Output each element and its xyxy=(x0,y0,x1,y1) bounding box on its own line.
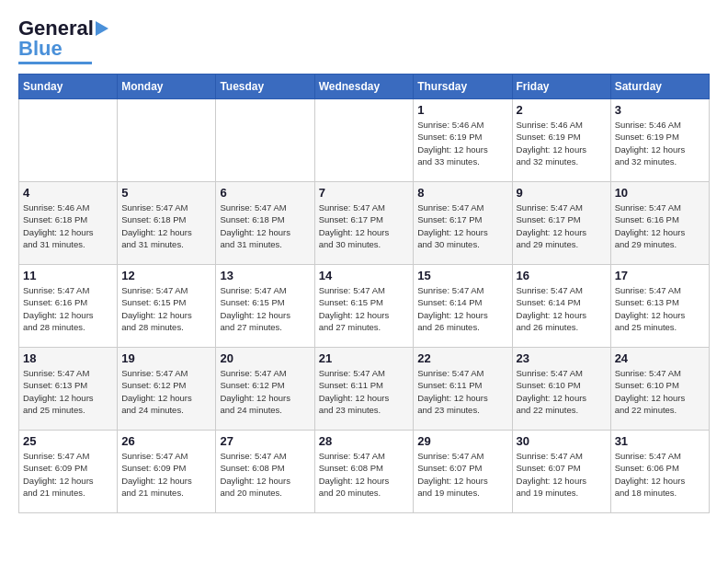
header-sunday: Sunday xyxy=(19,75,118,99)
day-number: 22 xyxy=(417,351,507,365)
calendar-header-row: SundayMondayTuesdayWednesdayThursdayFrid… xyxy=(19,75,710,99)
logo-line xyxy=(18,62,92,64)
day-number: 5 xyxy=(121,186,211,200)
day-number: 4 xyxy=(23,186,113,200)
day-info: Sunrise: 5:47 AM Sunset: 6:14 PM Dayligh… xyxy=(517,284,607,333)
calendar-cell: 18Sunrise: 5:47 AM Sunset: 6:13 PM Dayli… xyxy=(19,348,118,431)
day-number: 20 xyxy=(220,351,310,365)
day-number: 2 xyxy=(517,103,607,117)
day-info: Sunrise: 5:47 AM Sunset: 6:13 PM Dayligh… xyxy=(23,367,113,416)
calendar-cell: 1Sunrise: 5:46 AM Sunset: 6:19 PM Daylig… xyxy=(414,99,512,182)
header-monday: Monday xyxy=(118,75,216,99)
day-number: 29 xyxy=(417,434,507,448)
day-info: Sunrise: 5:47 AM Sunset: 6:10 PM Dayligh… xyxy=(517,367,607,416)
day-info: Sunrise: 5:47 AM Sunset: 6:15 PM Dayligh… xyxy=(121,284,211,333)
day-info: Sunrise: 5:47 AM Sunset: 6:07 PM Dayligh… xyxy=(417,450,507,499)
day-info: Sunrise: 5:47 AM Sunset: 6:18 PM Dayligh… xyxy=(220,201,310,250)
day-number: 13 xyxy=(220,269,310,282)
day-number: 9 xyxy=(517,186,607,200)
calendar-cell: 21Sunrise: 5:47 AM Sunset: 6:11 PM Dayli… xyxy=(314,348,414,431)
day-info: Sunrise: 5:47 AM Sunset: 6:09 PM Dayligh… xyxy=(23,450,113,499)
calendar-week-row: 11Sunrise: 5:47 AM Sunset: 6:16 PM Dayli… xyxy=(19,265,710,348)
calendar-cell: 3Sunrise: 5:46 AM Sunset: 6:19 PM Daylig… xyxy=(610,99,709,182)
day-number: 17 xyxy=(615,269,705,282)
calendar-cell: 5Sunrise: 5:47 AM Sunset: 6:18 PM Daylig… xyxy=(118,182,216,265)
calendar-cell: 27Sunrise: 5:47 AM Sunset: 6:08 PM Dayli… xyxy=(216,431,314,513)
day-number: 30 xyxy=(517,434,607,448)
header-tuesday: Tuesday xyxy=(216,75,314,99)
day-number: 16 xyxy=(517,269,607,282)
day-number: 25 xyxy=(23,434,113,448)
day-info: Sunrise: 5:47 AM Sunset: 6:17 PM Dayligh… xyxy=(517,201,607,250)
logo-text-blue: Blue xyxy=(18,39,63,59)
header-thursday: Thursday xyxy=(414,75,512,99)
calendar-cell: 11Sunrise: 5:47 AM Sunset: 6:16 PM Dayli… xyxy=(19,265,118,348)
calendar-cell: 10Sunrise: 5:47 AM Sunset: 6:16 PM Dayli… xyxy=(610,182,709,265)
day-info: Sunrise: 5:47 AM Sunset: 6:11 PM Dayligh… xyxy=(319,367,410,416)
day-number: 6 xyxy=(220,186,310,200)
day-number: 19 xyxy=(121,351,211,365)
day-info: Sunrise: 5:47 AM Sunset: 6:15 PM Dayligh… xyxy=(220,284,310,333)
header-friday: Friday xyxy=(512,75,610,99)
day-info: Sunrise: 5:47 AM Sunset: 6:12 PM Dayligh… xyxy=(121,367,211,416)
day-number: 24 xyxy=(615,351,705,365)
calendar-cell xyxy=(118,99,216,182)
calendar-cell: 2Sunrise: 5:46 AM Sunset: 6:19 PM Daylig… xyxy=(512,99,610,182)
day-info: Sunrise: 5:47 AM Sunset: 6:16 PM Dayligh… xyxy=(23,284,113,333)
day-number: 18 xyxy=(23,351,113,365)
day-number: 10 xyxy=(615,186,705,200)
calendar-cell: 30Sunrise: 5:47 AM Sunset: 6:07 PM Dayli… xyxy=(512,431,610,513)
calendar-cell: 23Sunrise: 5:47 AM Sunset: 6:10 PM Dayli… xyxy=(512,348,610,431)
logo: General Blue xyxy=(18,18,108,64)
day-number: 3 xyxy=(615,103,705,117)
day-info: Sunrise: 5:47 AM Sunset: 6:08 PM Dayligh… xyxy=(220,450,310,499)
calendar-week-row: 1Sunrise: 5:46 AM Sunset: 6:19 PM Daylig… xyxy=(19,99,710,182)
day-number: 7 xyxy=(319,186,410,200)
logo-text: General xyxy=(18,18,94,39)
calendar-cell: 14Sunrise: 5:47 AM Sunset: 6:15 PM Dayli… xyxy=(314,265,414,348)
day-number: 14 xyxy=(319,269,410,282)
day-info: Sunrise: 5:47 AM Sunset: 6:10 PM Dayligh… xyxy=(615,367,705,416)
calendar-cell: 31Sunrise: 5:47 AM Sunset: 6:06 PM Dayli… xyxy=(610,431,709,513)
calendar-cell: 19Sunrise: 5:47 AM Sunset: 6:12 PM Dayli… xyxy=(118,348,216,431)
calendar-cell: 25Sunrise: 5:47 AM Sunset: 6:09 PM Dayli… xyxy=(19,431,118,513)
day-number: 1 xyxy=(417,103,507,117)
day-info: Sunrise: 5:47 AM Sunset: 6:16 PM Dayligh… xyxy=(615,201,705,250)
day-info: Sunrise: 5:46 AM Sunset: 6:19 PM Dayligh… xyxy=(417,119,507,167)
calendar-week-row: 25Sunrise: 5:47 AM Sunset: 6:09 PM Dayli… xyxy=(19,431,710,513)
day-number: 11 xyxy=(23,269,113,282)
calendar-cell: 29Sunrise: 5:47 AM Sunset: 6:07 PM Dayli… xyxy=(414,431,512,513)
day-info: Sunrise: 5:47 AM Sunset: 6:17 PM Dayligh… xyxy=(417,201,507,250)
day-info: Sunrise: 5:47 AM Sunset: 6:11 PM Dayligh… xyxy=(417,367,507,416)
calendar-cell: 16Sunrise: 5:47 AM Sunset: 6:14 PM Dayli… xyxy=(512,265,610,348)
day-info: Sunrise: 5:47 AM Sunset: 6:09 PM Dayligh… xyxy=(121,450,211,499)
logo-arrow-icon xyxy=(96,21,108,36)
calendar-week-row: 4Sunrise: 5:46 AM Sunset: 6:18 PM Daylig… xyxy=(19,182,710,265)
day-number: 23 xyxy=(517,351,607,365)
calendar-cell xyxy=(314,99,414,182)
day-number: 12 xyxy=(121,269,211,282)
calendar-cell: 26Sunrise: 5:47 AM Sunset: 6:09 PM Dayli… xyxy=(118,431,216,513)
day-info: Sunrise: 5:47 AM Sunset: 6:13 PM Dayligh… xyxy=(615,284,705,333)
day-number: 27 xyxy=(220,434,310,448)
day-info: Sunrise: 5:47 AM Sunset: 6:08 PM Dayligh… xyxy=(319,450,410,499)
day-info: Sunrise: 5:47 AM Sunset: 6:15 PM Dayligh… xyxy=(319,284,410,333)
day-number: 21 xyxy=(319,351,410,365)
calendar-cell xyxy=(216,99,314,182)
calendar-cell: 22Sunrise: 5:47 AM Sunset: 6:11 PM Dayli… xyxy=(414,348,512,431)
day-number: 26 xyxy=(121,434,211,448)
calendar-cell: 28Sunrise: 5:47 AM Sunset: 6:08 PM Dayli… xyxy=(314,431,414,513)
day-number: 31 xyxy=(615,434,705,448)
calendar-cell xyxy=(19,99,118,182)
calendar-table: SundayMondayTuesdayWednesdayThursdayFrid… xyxy=(18,74,710,513)
calendar-cell: 12Sunrise: 5:47 AM Sunset: 6:15 PM Dayli… xyxy=(118,265,216,348)
calendar-cell: 15Sunrise: 5:47 AM Sunset: 6:14 PM Dayli… xyxy=(414,265,512,348)
calendar-cell: 13Sunrise: 5:47 AM Sunset: 6:15 PM Dayli… xyxy=(216,265,314,348)
header: General Blue xyxy=(18,18,710,64)
day-info: Sunrise: 5:46 AM Sunset: 6:19 PM Dayligh… xyxy=(615,119,705,167)
day-number: 15 xyxy=(417,269,507,282)
day-number: 28 xyxy=(319,434,410,448)
calendar-cell: 4Sunrise: 5:46 AM Sunset: 6:18 PM Daylig… xyxy=(19,182,118,265)
day-info: Sunrise: 5:47 AM Sunset: 6:17 PM Dayligh… xyxy=(319,201,410,250)
day-info: Sunrise: 5:47 AM Sunset: 6:07 PM Dayligh… xyxy=(517,450,607,499)
